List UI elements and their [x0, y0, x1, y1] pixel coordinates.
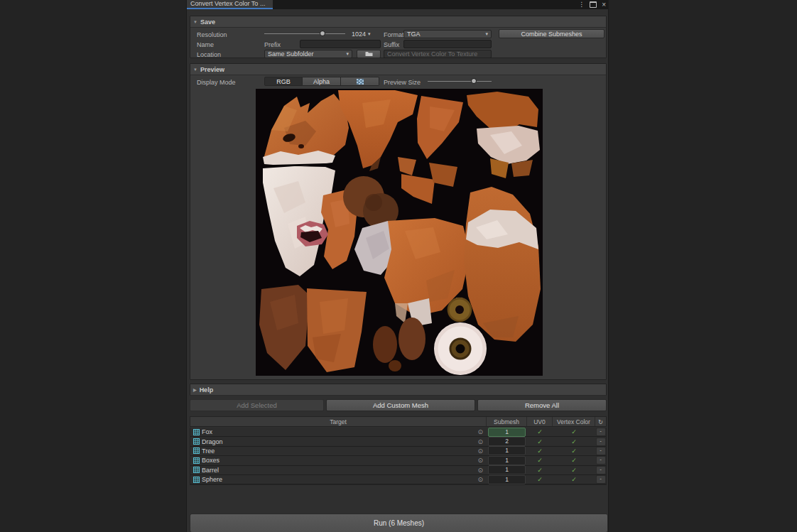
browse-folder-button[interactable] [357, 50, 381, 58]
row-remove-button[interactable]: - [596, 428, 606, 436]
format-label: Format [384, 31, 404, 38]
vertex-color-check-icon: ✓ [553, 457, 595, 464]
window-tab-title: Convert Vertex Color To ... [190, 0, 265, 7]
format-dropdown[interactable]: TGA ▾ [403, 30, 492, 38]
mesh-icon [193, 457, 200, 464]
resolution-value: 1024 [352, 31, 366, 38]
chevron-down-icon: ▾ [368, 31, 371, 37]
window-controls: ⋮ × [578, 0, 606, 9]
uv0-column-cell: ✓ [527, 475, 553, 484]
table-row[interactable]: Sphere ⊙ 1 ✓ ✓ - [190, 475, 606, 484]
row-remove-button[interactable]: - [596, 456, 606, 465]
table-row[interactable]: Boxes ⊙ 1 ✓ ✓ - [190, 456, 606, 465]
table-row[interactable]: Dragon ⊙ 2 ✓ ✓ - [190, 437, 606, 446]
preview-foldout[interactable]: ▼ Preview [190, 64, 606, 75]
object-picker-icon[interactable]: ⊙ [477, 457, 483, 464]
uv0-check-icon: ✓ [527, 457, 553, 464]
suffix-input[interactable] [403, 40, 492, 48]
prefix-input[interactable] [300, 40, 381, 48]
foldout-open-icon: ▼ [193, 67, 197, 71]
mesh-icon [193, 467, 200, 473]
mesh-name: Dragon [202, 438, 223, 445]
preview-size-slider-track[interactable] [428, 81, 492, 82]
foldout-closed-icon: ▶ [193, 387, 197, 392]
combine-submeshes-button[interactable]: Combine Submeshes [499, 29, 604, 38]
vertex-color-column-cell: ✓ [553, 475, 595, 484]
table-row[interactable]: Tree ⊙ 1 ✓ ✓ - [190, 447, 606, 456]
uv0-column-header: UV0 [527, 417, 553, 426]
folder-icon [365, 51, 373, 57]
row-action-column-cell: - [595, 456, 606, 465]
target-cell: Barrel ⊙ [190, 466, 487, 474]
resolution-slider-track[interactable] [264, 33, 345, 34]
uv0-column-cell: ✓ [527, 437, 553, 445]
location-dropdown[interactable]: Same Subfolder ▾ [264, 50, 352, 58]
display-mode-alpha-button[interactable]: Alpha [303, 77, 341, 86]
submesh-cell: 1 [488, 465, 526, 474]
name-label: Name [197, 41, 214, 48]
submesh-column-cell: 1 [487, 466, 527, 474]
target-cell: Dragon ⊙ [190, 437, 487, 445]
mesh-icon [193, 438, 200, 445]
add-selected-button[interactable]: Add Selected [190, 399, 324, 411]
run-button[interactable]: Run (6 Meshes) [190, 514, 608, 532]
uv0-column-cell: ✓ [527, 428, 553, 436]
mesh-icon [193, 429, 200, 435]
preview-size-slider[interactable] [428, 78, 492, 85]
mesh-name: Tree [202, 447, 215, 455]
vertex-color-column-cell: ✓ [553, 428, 595, 436]
display-mode-checker-button[interactable] [341, 77, 379, 86]
close-icon[interactable]: × [602, 0, 606, 9]
target-cell: Boxes ⊙ [190, 456, 487, 465]
object-picker-icon[interactable]: ⊙ [477, 438, 483, 445]
display-mode-rgb-button[interactable]: RGB [264, 77, 303, 86]
resolution-slider-handle[interactable] [320, 31, 325, 36]
submesh-column-cell: 1 [487, 475, 527, 484]
preview-section-title: Preview [200, 66, 224, 73]
checkerboard-icon [357, 79, 364, 85]
row-remove-button[interactable]: - [596, 438, 606, 446]
add-custom-mesh-button[interactable]: Add Custom Mesh [326, 399, 475, 411]
vertex-color-column-cell: ✓ [553, 437, 595, 445]
window-titlebar: Convert Vertex Color To ... ⋮ × [187, 0, 608, 9]
help-foldout[interactable]: ▶ Help [190, 384, 606, 396]
mesh-name: Boxes [202, 457, 219, 464]
object-picker-icon[interactable]: ⊙ [477, 428, 483, 435]
mesh-table-body: Fox ⊙ 1 ✓ ✓ - [190, 428, 607, 485]
window-tab[interactable]: Convert Vertex Color To ... [187, 0, 273, 9]
chevron-down-icon: ▾ [346, 51, 349, 57]
row-action-column-cell: - [595, 475, 606, 484]
refresh-icon[interactable]: ↻ [595, 417, 606, 426]
target-cell: Sphere ⊙ [190, 475, 487, 484]
resolution-dropdown[interactable]: 1024 ▾ [352, 31, 371, 38]
table-row[interactable]: Barrel ⊙ 1 ✓ ✓ - [190, 466, 606, 475]
uv0-check-icon: ✓ [527, 467, 553, 474]
row-remove-button[interactable]: - [596, 447, 606, 455]
submesh-cell: 1 [488, 446, 526, 455]
remove-all-button[interactable]: Remove All [477, 399, 607, 411]
table-row[interactable]: Fox ⊙ 1 ✓ ✓ - [190, 428, 606, 437]
object-picker-icon[interactable]: ⊙ [477, 447, 483, 455]
format-value: TGA [407, 31, 421, 38]
target-cell: Fox ⊙ [190, 428, 487, 436]
resolution-slider[interactable] [264, 31, 345, 37]
fox-texture-atlas [256, 89, 543, 376]
object-picker-icon[interactable]: ⊙ [477, 467, 483, 474]
object-picker-icon[interactable]: ⊙ [477, 476, 483, 483]
row-remove-button[interactable]: - [596, 475, 606, 484]
submesh-column-cell: 2 [487, 437, 527, 445]
resolution-label: Resolution [197, 31, 227, 38]
help-section-title: Help [200, 386, 214, 393]
suffix-label: Suffix [384, 41, 399, 48]
location-label: Location [197, 51, 221, 58]
convert-vertex-color-window: Convert Vertex Color To ... ⋮ × ▼ Save R… [186, 0, 609, 532]
preview-size-slider-handle[interactable] [471, 78, 477, 84]
uv0-column-cell: ✓ [527, 466, 553, 474]
mesh-name: Sphere [202, 476, 222, 483]
maximize-icon[interactable] [590, 1, 597, 8]
row-action-column-cell: - [595, 428, 606, 436]
save-foldout[interactable]: ▼ Save [190, 16, 606, 28]
row-remove-button[interactable]: - [596, 466, 606, 474]
kebab-menu-icon[interactable]: ⋮ [578, 0, 585, 9]
uv0-column-cell: ✓ [527, 456, 553, 465]
